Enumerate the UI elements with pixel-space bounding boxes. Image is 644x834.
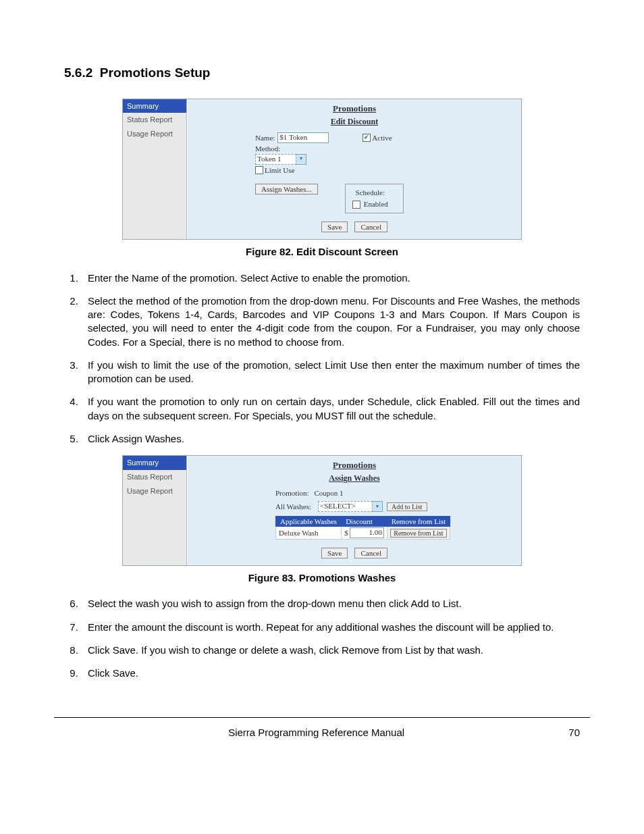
panel-title: Promotions — [188, 460, 521, 471]
step-1: Enter the Name of the promotion. Select … — [81, 271, 580, 285]
currency-symbol: $ — [344, 529, 348, 537]
assign-washes-screenshot: Summary Status Report Usage Report Promo… — [122, 455, 522, 566]
sidebar: Summary Status Report Usage Report — [123, 99, 187, 240]
chevron-down-icon: ▾ — [373, 501, 383, 512]
th-discount: Discount — [342, 517, 387, 527]
footer-page-number: 70 — [568, 726, 580, 739]
method-label: Method: — [255, 145, 280, 153]
panel-title: Promotions — [188, 103, 521, 114]
sidebar-item-status-report[interactable]: Status Report — [123, 113, 186, 127]
wash-name-cell: Deluxe Wash — [276, 527, 342, 540]
panel-subtitle: Assign Washes — [188, 473, 521, 484]
step-6: Select the wash you wish to assign from … — [81, 597, 580, 610]
add-to-list-button[interactable]: Add to List — [387, 502, 427, 511]
step-2: Select the method of the promotion from … — [81, 294, 580, 349]
page-footer: Sierra Programming Reference Manual 70 — [54, 723, 590, 739]
discount-input[interactable]: 1.00 — [350, 527, 384, 538]
step-8: Click Save. If you wish to change or del… — [81, 644, 580, 657]
steps-list-a: Enter the Name of the promotion. Select … — [64, 271, 580, 446]
sidebar-item-usage-report[interactable]: Usage Report — [123, 484, 186, 498]
limit-use-label: Limit Use — [265, 166, 294, 174]
save-button[interactable]: Save — [321, 221, 348, 232]
edit-discount-screenshot: Summary Status Report Usage Report Promo… — [122, 99, 522, 240]
step-7: Enter the amount the discount is worth. … — [81, 621, 580, 634]
cancel-button[interactable]: Cancel — [354, 221, 387, 232]
enabled-label: Enabled — [364, 200, 388, 208]
panel-subtitle: Edit Discount — [188, 117, 521, 127]
th-remove: Remove from List — [387, 517, 450, 527]
section-heading: 5.6.2 Promotions Setup — [64, 64, 590, 82]
schedule-label: Schedule: — [352, 188, 388, 197]
figure-82-caption: Figure 82. Edit Discount Screen — [54, 245, 590, 259]
footer-manual-title: Sierra Programming Reference Manual — [64, 726, 568, 739]
name-label: Name: — [255, 134, 275, 142]
enabled-checkbox[interactable] — [352, 201, 360, 209]
chevron-down-icon: ▾ — [296, 154, 306, 165]
table-row: Deluxe Wash $ 1.00 Remove from List — [276, 527, 450, 540]
steps-list-b: Select the wash you wish to assign from … — [64, 597, 580, 680]
promotion-value: Coupon 1 — [315, 489, 344, 497]
active-label: Active — [372, 134, 392, 142]
footer-rule — [54, 717, 590, 718]
name-input[interactable]: $1 Token — [277, 132, 329, 143]
figure-83-caption: Figure 83. Promotions Washes — [54, 571, 590, 585]
step-9: Click Save. — [81, 667, 580, 680]
sidebar-item-status-report[interactable]: Status Report — [123, 470, 186, 484]
sidebar-item-summary[interactable]: Summary — [123, 99, 186, 113]
step-5: Click Assign Washes. — [81, 432, 580, 446]
active-checkbox[interactable]: ✔ — [363, 134, 371, 142]
sidebar: Summary Status Report Usage Report — [123, 456, 187, 565]
schedule-box: Schedule: Enabled — [345, 184, 404, 214]
sidebar-item-summary[interactable]: Summary — [123, 456, 186, 470]
step-4: If you want the promotion to only run on… — [81, 395, 580, 423]
assign-washes-button[interactable]: Assign Washes... — [255, 184, 318, 194]
cancel-button[interactable]: Cancel — [354, 548, 387, 558]
step-3: If you wish to limit the use of the prom… — [81, 359, 580, 386]
th-applicable-washes: Applicable Washes — [276, 517, 342, 527]
all-washes-label: All Washes: — [275, 502, 311, 511]
promotion-label: Promotion: — [275, 489, 309, 497]
washes-table: Applicable Washes Discount Remove from L… — [275, 516, 450, 540]
save-button[interactable]: Save — [321, 548, 348, 558]
method-dropdown[interactable]: Token 1 ▾ — [255, 154, 306, 165]
main-panel: Promotions Assign Washes Promotion: Coup… — [187, 456, 521, 565]
main-panel: Promotions Edit Discount Name: $1 Token … — [187, 99, 521, 240]
remove-from-list-button[interactable]: Remove from List — [390, 529, 446, 538]
all-washes-dropdown[interactable]: <SELECT> ▾ — [318, 501, 383, 512]
sidebar-item-usage-report[interactable]: Usage Report — [123, 127, 186, 141]
limit-use-checkbox[interactable] — [255, 166, 263, 174]
